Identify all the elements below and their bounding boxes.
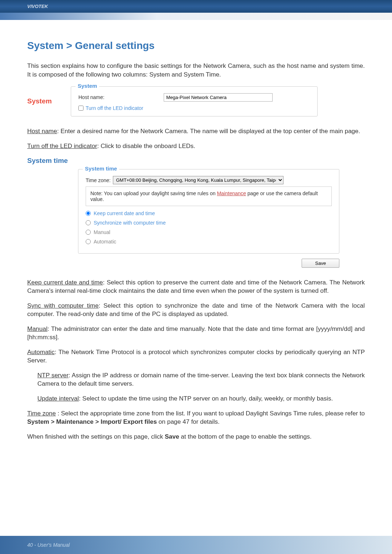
maintenance-link[interactable]: Maintenance <box>217 190 246 196</box>
system-side-label: System <box>27 86 71 105</box>
system-time-legend: System time <box>83 165 119 172</box>
system-legend: System <box>75 83 99 89</box>
system-section: System System Host name: Turn off the LE… <box>27 86 365 116</box>
timezone-row: Time zone: GMT+08:00 Beijing, Chongqing,… <box>86 176 332 184</box>
radio-manual[interactable] <box>86 230 91 235</box>
auto-help: Automatic: The Network Time Protocol is … <box>27 348 365 365</box>
radio-auto[interactable] <box>86 239 91 244</box>
led-checkbox-row: Turn off the LED indicator <box>78 105 310 111</box>
save-help: When finished with the settings on this … <box>27 433 365 441</box>
led-checkbox-label: Turn off the LED indicator <box>86 105 143 111</box>
radio-manual-row: Manual <box>86 229 332 235</box>
sync-help: Sync with computer time: Select this opt… <box>27 302 365 319</box>
led-help: Turn off the LED indicator: Click to dis… <box>27 142 365 151</box>
footer-bar: 40 - User's Manual <box>0 536 392 554</box>
footer-text: 40 - User's Manual <box>27 542 70 548</box>
timezone-select[interactable]: GMT+08:00 Beijing, Chongqing, Hong Kong,… <box>113 176 283 184</box>
hostname-label: Host name: <box>78 94 164 100</box>
radio-sync[interactable] <box>86 220 91 225</box>
update-help: Update interval: Select to update the ti… <box>27 395 365 403</box>
intro-text: This section explains how to configure t… <box>27 62 365 79</box>
led-checkbox[interactable] <box>78 106 83 111</box>
manual-help: Manual: The administrator can enter the … <box>27 325 365 342</box>
radio-auto-label: Automatic <box>94 239 116 245</box>
save-button[interactable]: Save <box>302 259 339 268</box>
system-time-panel: System time Time zone: GMT+08:00 Beijing… <box>27 169 365 268</box>
content-area: System > General settings This section e… <box>0 20 392 462</box>
tz-help: Time zone : Select the appropriate time … <box>27 410 365 426</box>
keep-help: Keep current date and time: Select this … <box>27 279 365 295</box>
timezone-label: Time zone: <box>86 177 111 183</box>
timezone-note: Note: You can upload your daylight savin… <box>86 186 332 206</box>
brand-text: VIVOTEK <box>27 4 48 9</box>
radio-manual-label: Manual <box>94 229 110 235</box>
system-time-heading: System time <box>27 157 365 165</box>
gradient-strip <box>0 13 392 20</box>
ntp-help: NTP server: Assign the IP address or dom… <box>27 372 365 388</box>
page-title: System > General settings <box>27 40 365 52</box>
hostname-input[interactable] <box>164 93 273 102</box>
hostname-help: Host name: Enter a desired name for the … <box>27 127 365 136</box>
system-time-fieldset: System time Time zone: GMT+08:00 Beijing… <box>78 169 339 254</box>
system-fieldset: System Host name: Turn off the LED indic… <box>71 86 318 116</box>
hostname-underline: Host name <box>27 128 57 135</box>
save-row: Save <box>78 259 339 268</box>
radio-keep[interactable] <box>86 211 91 216</box>
radio-keep-label: Keep current date and time <box>94 210 155 216</box>
led-underline: Turn off the LED indicator <box>27 143 97 149</box>
header-bar: VIVOTEK <box>0 0 392 13</box>
radio-keep-row: Keep current date and time <box>86 210 332 216</box>
radio-sync-label: Synchronize with computer time <box>94 220 166 226</box>
radio-sync-row: Synchronize with computer time <box>86 220 332 226</box>
radio-auto-row: Automatic <box>86 239 332 245</box>
hostname-row: Host name: <box>78 93 310 102</box>
